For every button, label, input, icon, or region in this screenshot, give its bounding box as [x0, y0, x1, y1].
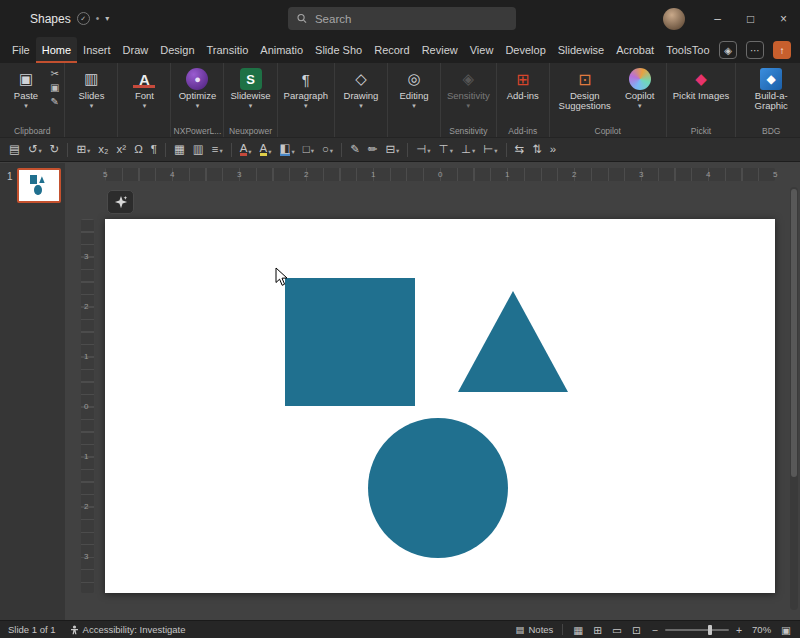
save-icon[interactable]: ▤ [6, 143, 23, 157]
button-label: Font [135, 91, 154, 101]
undo-icon[interactable]: ↺▾ [25, 143, 45, 157]
copilot-button[interactable]: Copilot▾ [617, 66, 663, 125]
triangle-shape[interactable] [458, 291, 568, 392]
align-bottom-icon[interactable]: ⊥▾ [458, 143, 478, 157]
distribute-vertical-icon[interactable]: ⇅ [529, 143, 545, 157]
rectangle-shape[interactable] [285, 278, 415, 406]
copilot-icon[interactable]: ◈ [719, 41, 737, 59]
align-text-icon[interactable]: ≡▾ [209, 143, 226, 157]
tab-insert[interactable]: Insert [77, 37, 117, 63]
align-right-icon[interactable]: ⊢▾ [480, 143, 500, 157]
insert-symbol-icon[interactable]: Ω [131, 143, 146, 157]
slides-button[interactable]: ▥Slides▾ [68, 66, 114, 125]
tab-design[interactable]: Design [154, 37, 200, 63]
title-chevron-icon[interactable]: ▾ [105, 14, 109, 23]
redo-icon[interactable]: ↻ [47, 143, 63, 157]
paste-button[interactable]: ▣Paste▾ [3, 66, 49, 125]
tab-file[interactable]: File [6, 37, 36, 63]
shape-fill-icon[interactable]: ◧▾ [277, 142, 298, 158]
font-color-icon[interactable]: A▾ [237, 142, 255, 158]
tab-view[interactable]: View [464, 37, 500, 63]
distribute-horizontal-icon[interactable]: ⇆ [512, 143, 528, 157]
format-painter-icon[interactable]: ✎ [50, 97, 59, 107]
slide-thumbnail[interactable] [17, 168, 61, 203]
tab-animatio[interactable]: Animatio [254, 37, 309, 63]
insert-table-icon[interactable]: ⊞▾ [73, 143, 93, 157]
zoom-in-button[interactable]: + [735, 624, 743, 636]
minimize-button[interactable]: – [701, 0, 734, 37]
tab-draw[interactable]: Draw [117, 37, 155, 63]
editing-button[interactable]: ◎Editing▾ [391, 66, 437, 125]
align-left-icon[interactable]: ⊣▾ [413, 143, 433, 157]
slideshow-button[interactable]: ⊡ [631, 624, 642, 636]
shape-outline-icon[interactable]: □▾ [300, 143, 317, 157]
dropdown-chevron-icon: ▾ [24, 102, 28, 110]
normal-view-button[interactable]: ▦ [572, 624, 584, 636]
subscript-icon[interactable]: x₂ [95, 143, 111, 157]
reading-view-button[interactable]: ▭ [611, 624, 623, 636]
scrollbar-thumb[interactable] [791, 189, 797, 477]
horizontal-ruler[interactable]: 54321012345 [105, 168, 775, 181]
sensitivity-button: ◈Sensitivity▾ [444, 66, 493, 125]
eyedropper-icon[interactable]: ✎ [347, 143, 363, 157]
slidewise-button[interactable]: SSlidewise▾ [227, 66, 273, 125]
text-highlight-icon[interactable]: A▾ [257, 142, 275, 158]
align-top-icon[interactable]: ⊤▾ [436, 143, 456, 157]
fit-slide-button[interactable]: ▣ [780, 624, 792, 636]
ribbon-group: ◆Build-a-GraphicBDG [736, 63, 800, 137]
paragraph-button[interactable]: ¶Paragraph▾ [281, 66, 331, 125]
tab-toolstoo[interactable]: ToolsToo [660, 37, 715, 63]
ribbon-group: ▥Slides▾ [65, 63, 118, 137]
comment-icon[interactable]: ⋯ [746, 41, 764, 59]
toolbar-overflow-icon[interactable]: » [547, 143, 559, 157]
notes-button[interactable]: ▤ Notes [516, 624, 554, 635]
drawing-button[interactable]: ◇Drawing▾ [338, 66, 384, 125]
tab-home[interactable]: Home [36, 37, 77, 63]
designer-button[interactable] [107, 190, 134, 214]
slide[interactable] [105, 219, 775, 593]
ellipse-shape[interactable] [368, 418, 508, 558]
merge-shapes-icon[interactable]: ⊟▾ [382, 143, 402, 157]
account-avatar[interactable] [663, 8, 685, 30]
tab-acrobat[interactable]: Acrobat [610, 37, 660, 63]
search-box[interactable] [288, 7, 516, 30]
tab-transitio[interactable]: Transitio [201, 37, 255, 63]
design-suggestions-button[interactable]: ⊡Design Suggestions [553, 66, 617, 125]
build-a-graphic-button[interactable]: ◆Build-a-Graphic [739, 66, 800, 125]
search-input[interactable] [313, 12, 507, 26]
insert-chart-icon[interactable]: ▥ [190, 143, 207, 157]
add-ins-button[interactable]: ⊞Add-ins [500, 66, 546, 125]
insert-shapes-icon[interactable]: ○▾ [319, 143, 336, 157]
paragraph-marks-icon[interactable]: ¶ [148, 143, 160, 157]
tab-record[interactable]: Record [368, 37, 415, 63]
zoom-out-button[interactable]: − [651, 624, 659, 636]
font-button[interactable]: AFont▾ [121, 66, 167, 125]
optimize-button[interactable]: ●Optimize▾ [174, 66, 220, 125]
tab-review[interactable]: Review [416, 37, 464, 63]
zoom-percent[interactable]: 70% [752, 624, 771, 635]
tab-slide-sho[interactable]: Slide Sho [309, 37, 368, 63]
zoom-slider-handle[interactable] [708, 625, 712, 635]
tab-slidewise[interactable]: Slidewise [552, 37, 610, 63]
cut-icon[interactable]: ✂ [50, 69, 59, 79]
group-label: Clipboard [0, 126, 64, 136]
vertical-ruler[interactable]: 3210123 [81, 219, 94, 593]
saved-status-icon[interactable]: ✓ [77, 12, 90, 25]
ribbon-group: AFont▾ [118, 63, 171, 137]
accessibility-status[interactable]: Accessibility: Investigate [70, 624, 186, 635]
pickit-images-button[interactable]: ◆Pickit Images [670, 66, 733, 125]
vertical-scrollbar[interactable] [790, 187, 798, 610]
slide-sorter-button[interactable]: ⊞ [592, 624, 603, 636]
close-button[interactable]: × [767, 0, 800, 37]
superscript-icon[interactable]: x² [114, 143, 130, 157]
share-button[interactable]: ↑ [773, 41, 791, 59]
document-title-area: Shapes ✓ • ▾ [0, 12, 109, 26]
search-icon [297, 13, 307, 24]
format-painter-small-icon[interactable]: ✏ [365, 143, 381, 157]
ruler-number: 2 [304, 170, 308, 179]
zoom-slider[interactable] [665, 629, 729, 631]
insert-picture-icon[interactable]: ▦ [171, 143, 188, 157]
copy-icon[interactable]: ▣ [50, 83, 59, 93]
maximize-button[interactable]: □ [734, 0, 767, 37]
tab-develop[interactable]: Develop [499, 37, 551, 63]
